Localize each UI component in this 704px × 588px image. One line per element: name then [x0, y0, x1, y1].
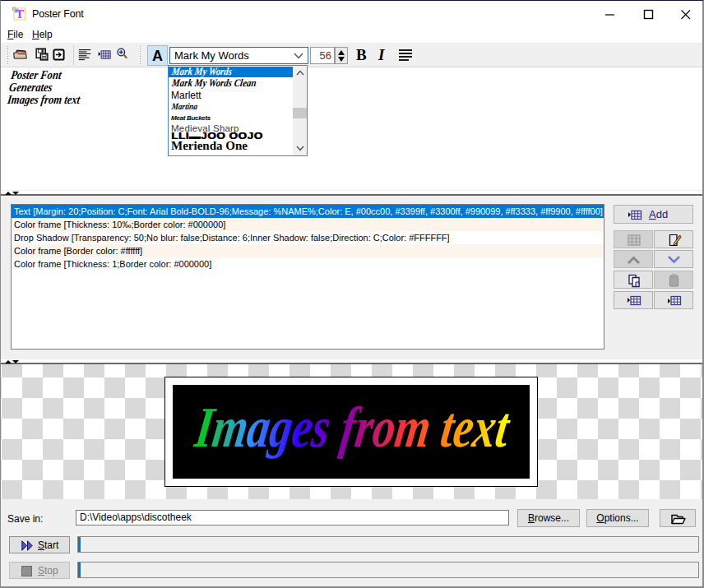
svg-text:Images from text: Images from text	[191, 395, 515, 459]
svg-text:T: T	[16, 7, 24, 21]
